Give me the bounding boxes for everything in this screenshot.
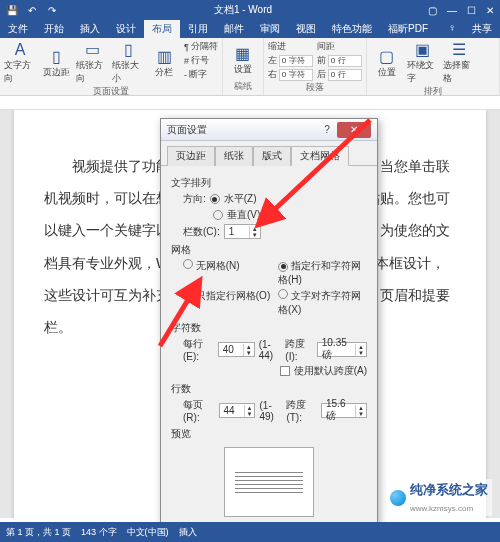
group-page-setup: A文字方向 ▯页边距 ▭纸张方向 ▯纸张大小 ▥分栏 ¶分隔符 #行号 -断字 … <box>0 38 223 95</box>
manuscript-button[interactable]: ▦设置 <box>227 40 259 80</box>
per-page-range: (1-49) <box>259 400 282 422</box>
dialog-tab-paper[interactable]: 纸张 <box>215 146 253 166</box>
use-default-pitch-checkbox[interactable] <box>280 366 290 376</box>
share-button[interactable]: 共享 <box>464 20 500 38</box>
breaks-icon: ¶ <box>184 42 189 52</box>
quick-access-toolbar: 💾 ↶ ↷ <box>6 4 58 16</box>
breaks-button[interactable]: ¶分隔符 <box>184 40 218 53</box>
line-numbers-button[interactable]: #行号 <box>184 54 218 67</box>
indent-right-input[interactable]: 0 字符 <box>279 69 313 81</box>
radio-horizontal[interactable] <box>210 194 220 204</box>
minimize-icon[interactable]: — <box>447 5 457 16</box>
spacing-before-label: 前 <box>317 54 326 67</box>
undo-icon[interactable]: ↶ <box>26 4 38 16</box>
title-bar: 💾 ↶ ↷ 文档1 - Word ▢ — ☐ ✕ <box>0 0 500 20</box>
size-button[interactable]: ▯纸张大小 <box>112 40 144 85</box>
position-label: 位置 <box>378 66 396 79</box>
status-page[interactable]: 第 1 页，共 1 页 <box>6 526 71 539</box>
radio-align-chars[interactable] <box>278 289 288 299</box>
selection-pane-button[interactable]: ☰选择窗格 <box>443 40 475 85</box>
status-language[interactable]: 中文(中国) <box>127 526 169 539</box>
tab-design[interactable]: 设计 <box>108 20 144 38</box>
tab-view[interactable]: 视图 <box>288 20 324 38</box>
text-direction-icon: A <box>15 41 26 59</box>
tab-review[interactable]: 审阅 <box>252 20 288 38</box>
margins-button[interactable]: ▯页边距 <box>40 40 72 85</box>
status-words[interactable]: 143 个字 <box>81 526 117 539</box>
radio-no-grid-label: 无网格(N) <box>196 260 240 271</box>
selection-pane-icon: ☰ <box>452 40 466 59</box>
indent-left-input[interactable]: 0 字符 <box>279 55 313 67</box>
dialog-help-icon[interactable]: ? <box>317 124 337 135</box>
tab-special[interactable]: 特色功能 <box>324 20 380 38</box>
selection-pane-label: 选择窗格 <box>443 59 475 85</box>
watermark-logo-icon <box>390 490 406 506</box>
maximize-icon[interactable]: ☐ <box>467 5 476 16</box>
position-icon: ▢ <box>379 47 394 66</box>
per-page-spinner[interactable]: 44▲▼ <box>219 403 256 418</box>
line-pitch-spinner[interactable]: 15.6 磅▲▼ <box>321 403 367 418</box>
orientation-label: 纸张方向 <box>76 59 108 85</box>
ribbon-min-icon[interactable]: ▢ <box>428 5 437 16</box>
redo-icon[interactable]: ↷ <box>46 4 58 16</box>
section-lines: 行数 <box>171 382 367 396</box>
status-insert[interactable]: 插入 <box>179 526 197 539</box>
dialog-titlebar[interactable]: 页面设置 ? ✕ <box>161 119 377 141</box>
tell-me-icon[interactable]: ♀ <box>441 20 465 38</box>
tab-references[interactable]: 引用 <box>180 20 216 38</box>
orientation-button[interactable]: ▭纸张方向 <box>76 40 108 85</box>
radio-vertical[interactable] <box>213 210 223 220</box>
radio-vertical-label: 垂直(V) <box>227 208 260 222</box>
line-pitch-value: 15.6 磅 <box>322 398 355 423</box>
text-direction-button[interactable]: A文字方向 <box>4 40 36 85</box>
ruler[interactable] <box>0 96 500 110</box>
char-pitch-label: 跨度(I): <box>285 337 312 362</box>
char-pitch-spinner[interactable]: 10.35 磅▲▼ <box>317 342 367 357</box>
dialog-tab-layout[interactable]: 版式 <box>253 146 291 166</box>
watermark-brand: 纯净系统之家 <box>410 482 488 497</box>
section-text-flow: 文字排列 <box>171 176 367 190</box>
save-icon[interactable]: 💾 <box>6 4 18 16</box>
columns-spinner[interactable]: 1▲▼ <box>224 224 261 239</box>
group-arrange-caption: 排列 <box>371 85 495 98</box>
indent-left-label: 左 <box>268 54 277 67</box>
radio-lines-only[interactable] <box>183 289 193 299</box>
columns-label: 栏数(C): <box>183 225 220 239</box>
spacing-after-input[interactable]: 0 行 <box>328 69 362 81</box>
radio-lines-chars[interactable] <box>278 262 288 272</box>
line-pitch-label: 跨度(T): <box>286 398 317 423</box>
section-preview: 预览 <box>171 427 367 441</box>
dialog-close-icon[interactable]: ✕ <box>337 122 371 138</box>
dialog-tab-margins[interactable]: 页边距 <box>167 146 215 166</box>
status-bar: 第 1 页，共 1 页 143 个字 中文(中国) 插入 <box>0 522 500 542</box>
close-icon[interactable]: ✕ <box>486 5 494 16</box>
size-label: 纸张大小 <box>112 59 144 85</box>
tab-pdf[interactable]: 福昕PDF <box>380 20 436 38</box>
per-line-range: (1-44) <box>259 339 282 361</box>
breaks-label: 分隔符 <box>191 40 218 53</box>
use-default-pitch-label: 使用默认跨度(A) <box>294 364 367 378</box>
per-line-value: 40 <box>219 344 243 355</box>
radio-no-grid[interactable] <box>183 259 193 269</box>
line-numbers-label: 行号 <box>191 54 209 67</box>
position-button[interactable]: ▢位置 <box>371 40 403 85</box>
columns-button[interactable]: ▥分栏 <box>148 40 180 85</box>
tab-insert[interactable]: 插入 <box>72 20 108 38</box>
radio-lines-chars-label: 指定行和字符网格(H) <box>278 260 361 285</box>
tab-home[interactable]: 开始 <box>36 20 72 38</box>
hyphenation-button[interactable]: -断字 <box>184 68 218 81</box>
ribbon: A文字方向 ▯页边距 ▭纸张方向 ▯纸张大小 ▥分栏 ¶分隔符 #行号 -断字 … <box>0 38 500 96</box>
per-page-label: 每页(R): <box>183 398 215 423</box>
per-line-spinner[interactable]: 40▲▼ <box>218 342 255 357</box>
margins-label: 页边距 <box>43 66 70 79</box>
radio-align-chars-label: 文字对齐字符网格(X) <box>278 290 361 315</box>
radio-horizontal-label: 水平(Z) <box>224 192 257 206</box>
tab-layout[interactable]: 布局 <box>144 20 180 38</box>
char-pitch-value: 10.35 磅 <box>318 337 355 362</box>
tab-file[interactable]: 文件 <box>0 20 36 38</box>
tab-mailings[interactable]: 邮件 <box>216 20 252 38</box>
dialog-tab-grid[interactable]: 文档网格 <box>291 146 349 166</box>
spacing-before-input[interactable]: 0 行 <box>328 55 362 67</box>
wrap-button[interactable]: ▣环绕文字 <box>407 40 439 85</box>
hyphenation-label: 断字 <box>189 68 207 81</box>
